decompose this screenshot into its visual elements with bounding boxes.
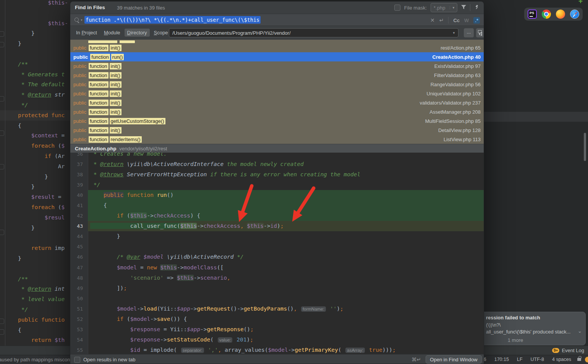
safari-icon[interactable]	[570, 10, 579, 19]
browser-dock: PS	[524, 8, 583, 21]
code-token: ()->	[230, 306, 244, 312]
background-code-line: Ar	[0, 161, 70, 172]
code-line[interactable]: 53 $response = Yii::$app->getResponse();	[70, 324, 484, 335]
result-row[interactable]: publicfunctioninit()ExistValidator.php 9…	[70, 61, 484, 71]
status-line-ending[interactable]: LF	[517, 357, 523, 362]
code-line[interactable]: 38 * @throws ServerErrorHttpException if…	[70, 169, 484, 180]
result-row[interactable]: publicfunctionrenderItems()ListView.php …	[70, 135, 484, 144]
result-row[interactable]: publicfunctioninit()UniqueValidator.php …	[70, 89, 484, 98]
code-line[interactable]: 47 $model = new $this->modelClass([	[70, 263, 484, 273]
code-token	[90, 213, 117, 219]
background-code-line: * Generates t	[0, 69, 70, 80]
code-line[interactable]: 50	[70, 293, 484, 304]
insert-newline-icon[interactable]: ↵	[439, 17, 444, 23]
open-results-new-tab-checkbox[interactable]	[74, 357, 80, 363]
result-row[interactable]: publicfunctioninit()AssetManager.php 208	[70, 107, 484, 116]
browse-directory-button[interactable]: ...	[464, 28, 474, 37]
code-token: ;	[340, 306, 343, 312]
regex-toggle[interactable]: .*	[473, 17, 480, 24]
line-number: 38	[70, 169, 88, 180]
code-line[interactable]: 49 ]);	[70, 283, 484, 293]
code-line-text: $response = Yii::$app->getResponse();	[88, 324, 484, 335]
code-token: separator:	[181, 348, 204, 353]
status-caret-position[interactable]: 170:15	[494, 357, 509, 362]
clear-search-icon[interactable]: ✕	[430, 17, 435, 23]
code-line[interactable]: 36 * Creates a new model.	[70, 153, 484, 159]
code-token: save	[157, 316, 170, 322]
code-line[interactable]: 51 $model->load(Yii::$app->getRequest()-…	[70, 304, 484, 314]
code-token: ->	[264, 223, 270, 229]
code-token: @throws	[100, 171, 123, 177]
result-row[interactable]: publicfunctionrun()CreateAction.php 40	[70, 52, 484, 61]
code-line[interactable]: 54 $response->setStatusCode( value: 201)…	[70, 335, 484, 345]
event-log-button[interactable]: 9+ Event Log	[552, 348, 584, 353]
code-line[interactable]: 42 if ($this->checkAccess) {	[70, 211, 484, 221]
chrome-icon[interactable]	[542, 10, 551, 19]
firefox-icon[interactable]	[556, 10, 565, 19]
result-row[interactable]: publicfunctioninit()FilterValidator.php …	[70, 71, 484, 80]
code-line[interactable]: 55 $id = implode( separator: ',', array_…	[70, 345, 484, 354]
status-orange-icon[interactable]	[585, 357, 588, 362]
code-token: \yii\db\ActiveRecordInterface	[123, 161, 227, 167]
match-highlight: renderItems()	[110, 136, 142, 143]
result-file-location: MultiFieldSession.php 85	[425, 118, 481, 124]
code-line[interactable]: 37 * @return \yii\db\ActiveRecordInterfa…	[70, 159, 484, 169]
phpstorm-icon[interactable]: PS	[528, 10, 537, 19]
file-structure-button[interactable]	[476, 28, 484, 37]
pin-icon[interactable]	[474, 4, 479, 11]
result-row-partial[interactable]	[70, 40, 484, 43]
code-line[interactable]: 52 if ($model->save()) {	[70, 314, 484, 324]
code-token: (	[123, 316, 130, 322]
code-token: $model	[117, 264, 137, 271]
code-token: return	[5, 245, 51, 251]
scope-directory[interactable]: Directory	[125, 29, 150, 37]
match-case-toggle[interactable]: Cc	[453, 18, 460, 23]
scope-scope[interactable]: Scope	[151, 29, 171, 37]
code-line[interactable]: 39 */	[70, 180, 484, 190]
code-line[interactable]: 43 call_user_func($this->checkAccess, $t…	[70, 221, 484, 231]
code-line[interactable]: 46 /* @var $model \yii\db\ActiveRecord *…	[70, 252, 484, 262]
line-number: 39	[70, 180, 88, 190]
corner-plus-glyph: +	[578, 0, 583, 5]
code-token: ;	[250, 326, 254, 332]
editor-scrollbar[interactable]	[584, 133, 586, 161]
match-highlight: init()	[110, 109, 121, 115]
result-row[interactable]: publicfunctioninit()rest/Action.php 65	[70, 43, 484, 52]
scope-in-project[interactable]: In Project	[73, 29, 100, 37]
code-token: * Generates t	[5, 71, 65, 77]
file-mask-checkbox[interactable]	[394, 5, 400, 11]
result-row[interactable]: publicfunctiongetUseCustomStorage()Multi…	[70, 116, 484, 126]
directory-path-combo[interactable]: /Users/guoguo/Documents/Program/PHP/Yii2…	[169, 28, 458, 37]
notification-more-link[interactable]: 1 more	[496, 337, 535, 343]
code-line[interactable]: 40 public function run()	[70, 190, 484, 200]
code-line[interactable]: 41 {	[70, 200, 484, 211]
code-line[interactable]: 45	[70, 242, 484, 252]
result-row[interactable]: publicfunctioninit()validators/Validator…	[70, 98, 484, 107]
result-row[interactable]: publicfunctioninit()RangeValidator.php 5…	[70, 80, 484, 89]
file-mask-combo[interactable]: *.php ▼	[431, 3, 457, 12]
background-code-line	[0, 8, 70, 18]
code-token: formName:	[301, 306, 326, 312]
search-history-arrow-icon[interactable]: ▼	[80, 19, 83, 21]
search-input[interactable]: function .*\((\))\n?\ *\{(.*\n.*)+call_u…	[84, 16, 261, 24]
match-highlight: getUseCustomStorage()	[110, 118, 165, 124]
chevron-down-icon[interactable]: ⌄	[578, 328, 582, 334]
code-line-text: if ($model->save()) {	[88, 314, 484, 324]
code-line[interactable]: 48 'scenario' => $this->scenario,	[70, 273, 484, 283]
result-row[interactable]: publicfunctioninit()DetailView.php 128	[70, 126, 484, 135]
chevron-down-icon[interactable]: ▼	[450, 31, 458, 35]
filter-icon[interactable]	[461, 4, 466, 11]
code-line[interactable]: 44 }	[70, 231, 484, 242]
status-encoding[interactable]: UTF-8	[531, 357, 544, 362]
preview-file-path: vendor/yiisoft/yii2/rest	[119, 146, 167, 151]
scope-module[interactable]: Module	[101, 29, 123, 37]
code-token: ;	[280, 223, 284, 229]
lock-icon[interactable]	[577, 358, 581, 361]
status-indent[interactable]: 4 spaces	[552, 357, 571, 362]
background-code-line: * The default	[0, 79, 70, 90]
dialog-title-bar: Find in Files 39 matches in 39 files Fil…	[70, 2, 484, 14]
open-in-find-window-button[interactable]: Open in Find Window	[426, 355, 482, 364]
whole-words-toggle[interactable]: W	[464, 18, 469, 23]
line-number: 42	[70, 211, 88, 221]
code-token	[90, 192, 104, 198]
